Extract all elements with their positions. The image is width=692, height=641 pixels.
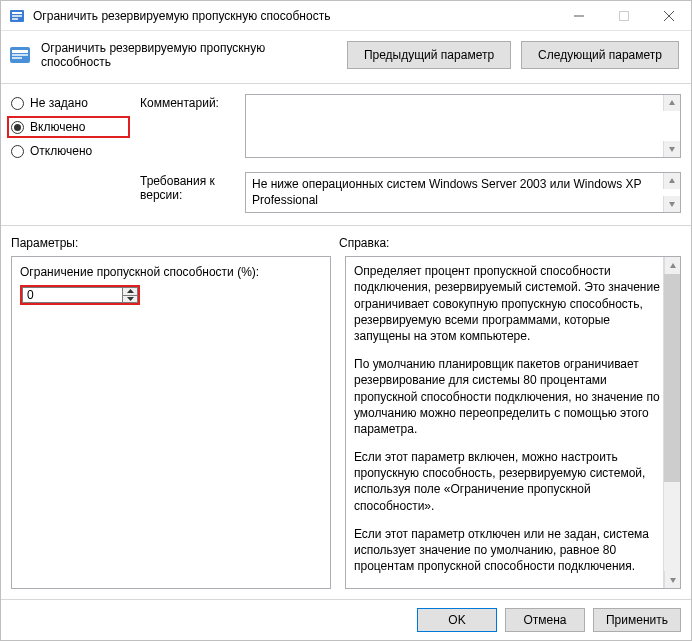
previous-setting-button[interactable]: Предыдущий параметр <box>347 41 511 69</box>
bandwidth-limit-label: Ограничение пропускной способности (%): <box>20 265 322 279</box>
help-scrollbar[interactable] <box>663 257 680 588</box>
comment-label: Комментарий: <box>140 94 235 158</box>
radio-label: Отключено <box>30 144 92 158</box>
scroll-down-icon[interactable] <box>664 571 680 588</box>
state-radio-group: Не задано Включено Отключено <box>11 94 126 213</box>
help-section-label: Справка: <box>339 236 681 250</box>
dialog-buttons: OK Отмена Применить <box>1 599 691 640</box>
radio-not-configured[interactable]: Не задано <box>11 96 126 110</box>
scroll-up-icon[interactable] <box>663 95 680 111</box>
svg-marker-18 <box>670 263 676 268</box>
svg-rect-1 <box>12 12 22 14</box>
svg-rect-3 <box>12 18 18 20</box>
minimize-button[interactable] <box>556 1 601 30</box>
params-section-label: Параметры: <box>11 236 339 250</box>
ok-button[interactable]: OK <box>417 608 497 632</box>
scroll-up-icon[interactable] <box>664 257 680 274</box>
svg-rect-11 <box>12 57 22 59</box>
radio-label: Не задано <box>30 96 88 110</box>
apply-button[interactable]: Применить <box>593 608 681 632</box>
svg-marker-14 <box>669 178 675 183</box>
svg-rect-4 <box>574 15 584 16</box>
spinner-down-button[interactable] <box>123 295 137 303</box>
app-icon <box>9 8 25 24</box>
svg-marker-15 <box>669 202 675 207</box>
svg-rect-10 <box>12 54 28 56</box>
svg-marker-12 <box>669 100 675 105</box>
svg-rect-2 <box>12 15 22 17</box>
header-row: Ограничить резервируемую пропускную спос… <box>1 31 691 84</box>
comment-textarea[interactable] <box>245 94 681 158</box>
svg-rect-9 <box>12 50 28 53</box>
bandwidth-limit-input[interactable] <box>22 287 122 303</box>
help-panel: Определяет процент пропускной способност… <box>345 256 681 589</box>
scroll-down-icon[interactable] <box>663 196 680 212</box>
help-paragraph: Если этот параметр отключен или не задан… <box>354 526 660 575</box>
params-panel: Ограничение пропускной способности (%): <box>11 256 331 589</box>
scrollbar-thumb[interactable] <box>664 274 680 482</box>
help-paragraph: Если этот параметр включен, можно настро… <box>354 449 660 514</box>
titlebar: Ограничить резервируемую пропускную спос… <box>1 1 691 31</box>
radio-label: Включено <box>30 120 85 134</box>
policy-icon <box>9 44 31 66</box>
scroll-up-icon[interactable] <box>663 173 680 189</box>
window-title: Ограничить резервируемую пропускную спос… <box>33 9 556 23</box>
help-paragraph: Внимание! Если ограничение пропускной сп… <box>354 586 660 589</box>
radio-enabled[interactable]: Включено <box>11 120 126 134</box>
help-paragraph: Определяет процент пропускной способност… <box>354 263 660 344</box>
setting-title: Ограничить резервируемую пропускную спос… <box>41 41 337 69</box>
svg-marker-13 <box>669 147 675 152</box>
svg-marker-19 <box>670 578 676 583</box>
svg-rect-5 <box>619 11 628 20</box>
requirement-text: Не ниже операционных систем Windows Serv… <box>245 172 681 213</box>
maximize-button[interactable] <box>601 1 646 30</box>
scroll-down-icon[interactable] <box>663 141 680 157</box>
help-paragraph: По умолчанию планировщик пакетов огранич… <box>354 356 660 437</box>
requirement-label: Требования к версии: <box>140 172 235 213</box>
svg-marker-16 <box>127 289 134 293</box>
radio-disabled[interactable]: Отключено <box>11 144 126 158</box>
svg-marker-17 <box>127 297 134 301</box>
close-button[interactable] <box>646 1 691 30</box>
next-setting-button[interactable]: Следующий параметр <box>521 41 679 69</box>
cancel-button[interactable]: Отмена <box>505 608 585 632</box>
